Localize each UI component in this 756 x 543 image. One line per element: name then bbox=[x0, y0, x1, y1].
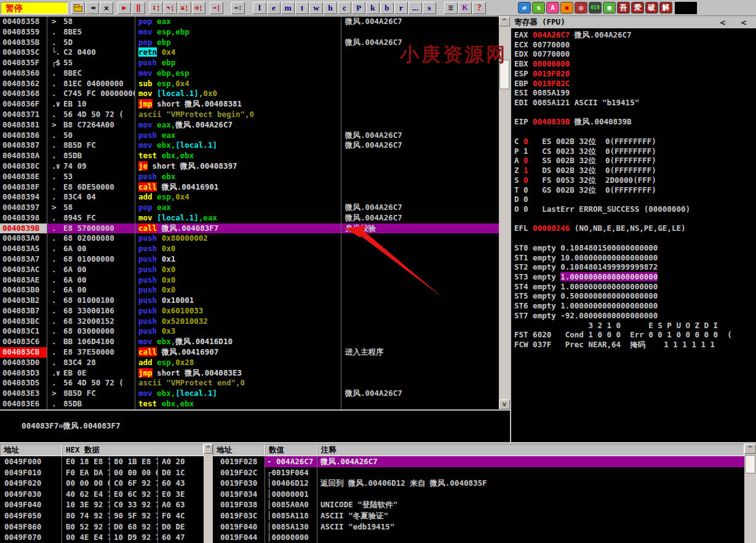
toolbar-letter-button-l[interactable]: l bbox=[253, 2, 266, 14]
register-row[interactable]: FST 6020 Cond 1 0 0 0 Err 0 0 1 0 0 0 0 … bbox=[511, 330, 756, 340]
scroll-up-arrow-icon[interactable]: ^ bbox=[744, 444, 756, 454]
close-program-button[interactable]: × bbox=[100, 2, 113, 14]
plugin-cjk-button-0[interactable]: 吾 bbox=[617, 2, 630, 14]
register-row[interactable]: EFL 00000246 (NO,NB,E,BE,NS,PE,GE,LE) bbox=[511, 223, 756, 233]
register-row[interactable]: A 0 SS 002B 32位 0(FFFFFFFF) bbox=[511, 156, 756, 166]
disasm-row[interactable]: 0040838A.85DBtest ebx,ebx bbox=[0, 151, 499, 161]
stack-row[interactable]: 0019F044│00000000 bbox=[213, 532, 744, 543]
register-row[interactable]: EBP 0019F02C bbox=[511, 79, 756, 89]
toolbar-letter-button-r[interactable]: r bbox=[394, 2, 408, 14]
toolbar-letter-button-w[interactable]: w bbox=[309, 2, 323, 14]
disasm-row[interactable]: 00408371.56 4D 50 72 (ascii "VMProtect b… bbox=[0, 110, 499, 120]
stack-panel[interactable]: 地址 数值 注释 0019F028- 004A26C7微风.004A26C700… bbox=[213, 444, 744, 543]
disasm-row[interactable]: 004083D5.56 4D 50 72 (ascii "VMProtect e… bbox=[0, 378, 499, 388]
dump-row[interactable]: 0049F010F0 EA DA 7600 00 00 00D0 1C bbox=[0, 467, 204, 478]
disasm-row[interactable]: 004083D3.∨EB 0Ejmp short 微风.004083E3 bbox=[0, 368, 499, 379]
memory-dump-panel[interactable]: 地址 HEX 数据 0049F000E0 18 E8 7480 1B E8 74… bbox=[0, 444, 204, 543]
plugin-updown-button[interactable]: ⇅ bbox=[532, 2, 545, 14]
disasm-row[interactable]: 004083B0.6A 00push 0x0 bbox=[0, 285, 499, 296]
disasm-row[interactable]: 0040835B.5Dpop ebp微风.004A26C7 bbox=[0, 38, 499, 48]
dump-row[interactable]: 0049F04010 3E 92 76C0 33 92 76A0 63 bbox=[0, 499, 204, 510]
stack-row[interactable]: 0019F03C│0085A118ASCII "冬夏验证" bbox=[213, 510, 744, 521]
register-row[interactable]: D 0 bbox=[511, 195, 756, 204]
disasm-row[interactable]: 00408362.81EC 04000000sub esp,0x4 bbox=[0, 79, 499, 89]
plugin-sync-button[interactable]: ⇄ bbox=[518, 2, 531, 14]
disasm-row[interactable]: 004083E3>8B5D FCmov ebx,[local.1]微风.004A… bbox=[0, 388, 499, 399]
step-over-button[interactable]: ↷¦ bbox=[164, 2, 177, 14]
dump-row[interactable]: 0049F07000 4E E4 7410 D9 92 7660 47 bbox=[0, 532, 204, 543]
disasm-row[interactable]: 00408386.50push eax微风.004A26C7 bbox=[0, 131, 499, 141]
register-row[interactable]: EIP 0040839B 微风.0040839B bbox=[511, 117, 756, 127]
disasm-row[interactable]: 00408398.8945 FCmov [local.1],eax微风.004A… bbox=[0, 213, 499, 223]
disasm-row[interactable]: 004083A7.68 01000000push 0x1 bbox=[0, 254, 499, 265]
collapse-right-icon[interactable]: < bbox=[738, 18, 750, 27]
register-row[interactable]: EDI 0085A121 ASCII "b19415" bbox=[511, 98, 756, 108]
trace-over-button[interactable]: ⇉¦ bbox=[192, 2, 205, 14]
scrollbar-thumb[interactable] bbox=[745, 455, 755, 473]
toolbar-letter-button-k[interactable]: k bbox=[366, 2, 380, 14]
disasm-row[interactable]: 0040839B.E8 57000000call 微风.004083F7身份校验 bbox=[0, 223, 499, 234]
disasm-row[interactable]: 004083AC.6A 00push 0x0 bbox=[0, 265, 499, 275]
stack-row[interactable]: 0019F040│0085A130ASCII "edb19415" bbox=[213, 521, 744, 533]
toolbar-letter-button-m[interactable]: m bbox=[281, 2, 295, 14]
scroll-up-arrow-icon[interactable]: ^ bbox=[499, 17, 510, 26]
disasm-row[interactable]: 0040838C.∨74 09je short 微风.00408397 bbox=[0, 161, 499, 172]
execute-till-return-button[interactable]: →| bbox=[210, 2, 223, 14]
register-row[interactable]: ESP 0019F028 bbox=[511, 69, 756, 79]
register-row[interactable]: ECX 00770000 bbox=[511, 40, 756, 50]
register-row[interactable] bbox=[511, 127, 756, 137]
stack-row[interactable]: 0019F034│00000001 bbox=[213, 489, 744, 500]
dump-row[interactable]: 0049F05080 74 92 7690 5F 92 76F0 4C bbox=[0, 510, 204, 521]
stack-scrollbar[interactable]: ^ bbox=[744, 444, 756, 543]
run-button[interactable]: ▶ bbox=[117, 2, 131, 14]
register-row[interactable]: ST5 empty 0.5000000000000000000 bbox=[511, 291, 756, 301]
plugin-cjk-button-1[interactable]: 爱 bbox=[631, 2, 644, 14]
toolbar-letter-button-h[interactable]: h bbox=[324, 2, 337, 14]
register-row[interactable]: EBX 00000000 bbox=[511, 59, 756, 69]
register-row[interactable] bbox=[511, 108, 756, 118]
dump-row[interactable]: 0049F060B0 52 92 76D0 68 92 76D0 DE bbox=[0, 521, 204, 533]
register-row[interactable]: Z 1 DS 002B 32位 0(FFFFFFFF) bbox=[511, 166, 756, 175]
disasm-row[interactable]: 0040838E.53push ebx bbox=[0, 172, 499, 182]
stack-row[interactable]: 0019F028- 004A26C7微风.004A26C7 bbox=[213, 456, 744, 467]
stack-row[interactable]: 0019F02C┌0019F064 bbox=[213, 467, 744, 478]
dump-row[interactable]: 0049F000E0 18 E8 7480 1B E8 74A0 20 bbox=[0, 456, 204, 467]
disasm-row[interactable]: 0040838F.E8 6DE50000call 微风.00416901 bbox=[0, 182, 499, 193]
register-row[interactable]: ST0 empty 0.1084801500000000000 bbox=[511, 243, 756, 253]
scroll-up-arrow-icon[interactable]: ^ bbox=[204, 444, 213, 454]
disasm-row[interactable]: 00408381>B8 C7264A00mov eax,微风.004A26C7 bbox=[0, 120, 499, 131]
windows-list-button[interactable]: ≡ bbox=[444, 2, 458, 14]
toolbar-letter-button-c[interactable]: c bbox=[338, 2, 351, 14]
disasm-row[interactable]: 00408359.8BE5mov esp,ebp bbox=[0, 27, 499, 38]
disasm-row[interactable]: 004083A5.6A 00push 0x0 bbox=[0, 244, 499, 254]
toolbar-letter-button-t[interactable]: t bbox=[295, 2, 309, 14]
disasm-row[interactable]: 004083B7.68 33000106push 0x6010033 bbox=[0, 306, 499, 316]
dump-scrollbar[interactable]: ^ bbox=[204, 444, 213, 543]
register-row[interactable]: T 0 GS 002B 32位 0(FFFFFFFF) bbox=[511, 185, 756, 195]
plugin-window-button[interactable]: ▣ bbox=[603, 2, 616, 14]
collapse-left-icon[interactable]: < bbox=[717, 18, 729, 27]
disasm-row[interactable]: 004083C6.BB 106D4100mov ebx,微风.00416D10 bbox=[0, 337, 499, 347]
register-row[interactable]: ST4 empty 1.0000000000000000000 bbox=[511, 282, 756, 292]
register-row[interactable]: ESI 0085A199 bbox=[511, 88, 756, 98]
disasm-row[interactable]: 004083AE.6A 00push 0x0 bbox=[0, 275, 499, 286]
toolbar-letter-button-s[interactable]: s bbox=[423, 2, 436, 14]
plugin-record-button[interactable]: ● bbox=[560, 2, 573, 14]
register-row[interactable]: ST2 empty 0.1084801499999999872 bbox=[511, 262, 756, 272]
disasm-row[interactable]: 0040836F.∨EB 10jmp short 微风.00408381 bbox=[0, 99, 499, 110]
disasm-row[interactable]: 004083C1.68 03000000push 0x3 bbox=[0, 326, 499, 337]
register-row[interactable]: EDX 00770000 bbox=[511, 49, 756, 59]
help-button[interactable]: ? bbox=[472, 2, 486, 14]
open-file-button[interactable] bbox=[71, 2, 85, 14]
register-row[interactable]: P 1 CS 0023 32位 0(FFFFFFFF) bbox=[511, 147, 756, 156]
plugin-cjk-button-3[interactable]: 解 bbox=[659, 2, 672, 14]
stack-row[interactable]: 0019F030│00406D12返回到 微风.00406D12 来自 微风.0… bbox=[213, 478, 744, 489]
disassembly-panel[interactable]: 00408358>58pop eax微风.004A26C700408359.8B… bbox=[0, 17, 499, 409]
stack-row[interactable]: 0019F038│0085A0A0UNICODE "登陆软件" bbox=[213, 499, 744, 510]
disasm-row[interactable]: 004083B2.68 01000100push 0x10001 bbox=[0, 296, 499, 306]
toolbar-letter-button-e[interactable]: e bbox=[267, 2, 281, 14]
disasm-row[interactable]: 004083CB.E8 37E50000call 微风.00416907进入主程… bbox=[0, 347, 499, 358]
trace-into-button[interactable]: ⇊¦ bbox=[178, 2, 191, 14]
disasm-row[interactable]: 00408387.8B5D FCmov ebx,[local.1]微风.004A… bbox=[0, 140, 499, 151]
disasm-row[interactable]: 0040835C└.C2 0400retn 0x4 bbox=[0, 47, 499, 58]
